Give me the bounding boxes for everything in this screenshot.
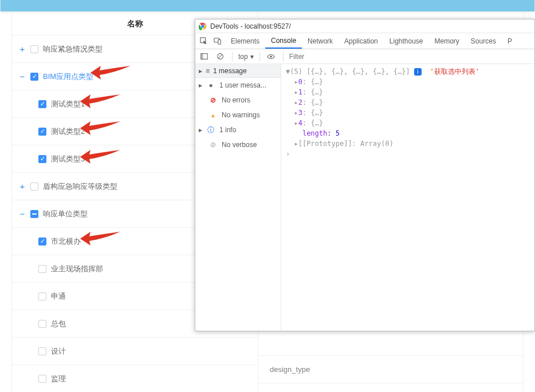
checkbox[interactable] xyxy=(38,292,46,300)
sidebar-item-label: No warnings xyxy=(222,111,260,119)
tab-memory[interactable]: Memory xyxy=(429,33,465,49)
tree-node-label[interactable]: 响应单位类型 xyxy=(43,209,88,219)
sidebar-no-verbose[interactable]: No verbose xyxy=(195,137,281,152)
checkbox[interactable] xyxy=(30,183,38,191)
checkbox[interactable] xyxy=(38,237,46,246)
sidebar-messages-header[interactable]: ▸ ≡ 1 message xyxy=(195,64,281,78)
tree-node-supervisor[interactable]: 监理 xyxy=(12,365,258,392)
context-selector[interactable]: top ▾ xyxy=(237,53,255,61)
list-icon: ≡ xyxy=(206,67,210,75)
checkbox-indeterminate[interactable] xyxy=(30,210,38,218)
console-prompt[interactable]: › xyxy=(281,149,534,159)
console-line-item[interactable]: ▸4: {…} xyxy=(281,118,534,128)
console-toolbar: top ▾ xyxy=(195,49,534,64)
collapse-icon[interactable] xyxy=(18,72,27,81)
clear-console-icon[interactable] xyxy=(214,50,226,63)
sidebar-user-messages[interactable]: ▸1 user messa... xyxy=(195,78,281,93)
chrome-icon xyxy=(199,22,207,30)
svg-line-8 xyxy=(218,54,222,58)
tree-node-label[interactable]: 测试类型2 xyxy=(51,126,85,137)
tree-node-label[interactable]: 申通 xyxy=(51,291,66,302)
chevron-right-icon: ▸ xyxy=(199,81,202,89)
console-line-item[interactable]: ▸0: {…} xyxy=(281,77,534,87)
tab-application[interactable]: Application xyxy=(339,33,384,49)
sidebar-item-label: No verbose xyxy=(222,141,257,149)
console-line-item[interactable]: ▸2: {…} xyxy=(281,97,534,108)
tree-node-label[interactable]: 业主现场指挥部 xyxy=(51,264,103,274)
checkbox[interactable] xyxy=(30,73,38,81)
tab-more[interactable]: P xyxy=(502,33,518,49)
checkbox[interactable] xyxy=(38,100,46,108)
sidebar-item-label: 1 user messa... xyxy=(219,81,266,89)
tree-node-label[interactable]: 监理 xyxy=(51,374,66,384)
tree-node-label[interactable]: 市北横办 xyxy=(51,236,81,247)
checkbox[interactable] xyxy=(38,265,46,273)
checkbox[interactable] xyxy=(38,320,46,328)
sidebar-no-errors[interactable]: No errors xyxy=(195,93,281,108)
checkbox[interactable] xyxy=(38,347,46,355)
right-row-design-type: design_type xyxy=(258,356,523,383)
svg-point-9 xyxy=(270,56,272,58)
devtools-title: DevTools - localhost:9527/ xyxy=(210,22,291,30)
user-icon xyxy=(207,81,215,89)
expand-icon[interactable] xyxy=(18,182,27,191)
tab-console[interactable]: Console xyxy=(265,34,302,49)
tree-node-design[interactable]: 设计 xyxy=(12,338,258,365)
tree-node-label[interactable]: 测试类型3 xyxy=(51,154,85,164)
sidebar-header-label: 1 message xyxy=(213,67,247,75)
warning-icon xyxy=(209,111,217,119)
console-line-length[interactable]: length: 5 xyxy=(281,128,534,138)
verbose-icon xyxy=(209,141,217,149)
console-sidebar-toggle-icon[interactable] xyxy=(198,50,210,63)
console-line-item[interactable]: ▸3: {…} xyxy=(281,108,534,118)
expand-icon[interactable] xyxy=(18,45,27,54)
tree-node-label[interactable]: 总包 xyxy=(51,319,66,329)
console-output[interactable]: ▼(5) [{…}, {…}, {…}, {…}, {…}] i '获取选中列表… xyxy=(281,64,534,331)
checkbox[interactable] xyxy=(38,375,46,383)
tree-node-label[interactable]: 测试类型1 xyxy=(51,99,85,109)
devtools-tabs: Elements Console Network Application Lig… xyxy=(195,33,534,49)
checkbox[interactable] xyxy=(30,45,38,53)
right-row-supervisor-type: supervisor_type xyxy=(258,383,523,392)
info-badge-icon: i xyxy=(414,68,422,76)
tab-network[interactable]: Network xyxy=(302,33,339,49)
checkbox[interactable] xyxy=(38,128,46,136)
chevron-right-icon: ▸ xyxy=(199,126,202,134)
checkbox[interactable] xyxy=(38,155,46,163)
tab-elements[interactable]: Elements xyxy=(225,33,265,49)
info-icon xyxy=(207,125,215,135)
devtools-window[interactable]: DevTools - localhost:9527/ Elements Cons… xyxy=(195,19,535,331)
chevron-right-icon: ▸ xyxy=(199,67,202,75)
devtools-titlebar[interactable]: DevTools - localhost:9527/ xyxy=(195,19,534,33)
device-mode-icon[interactable] xyxy=(211,35,224,47)
tree-node-label[interactable]: 响应紧急情况类型 xyxy=(43,44,103,54)
error-icon xyxy=(209,96,217,104)
tree-node-label[interactable]: 盾构应急响应等级类型 xyxy=(43,181,117,192)
console-line-summary[interactable]: ▼(5) [{…}, {…}, {…}, {…}, {…}] i '获取选中列表… xyxy=(281,66,534,77)
sidebar-info[interactable]: ▸1 info xyxy=(195,122,281,137)
chevron-down-icon: ▾ xyxy=(250,53,254,61)
svg-rect-4 xyxy=(218,39,221,44)
top-band xyxy=(0,0,535,11)
live-expression-icon[interactable] xyxy=(265,50,277,63)
console-filter-input[interactable] xyxy=(288,51,532,62)
tree-node-label[interactable]: BIM应用点类型 xyxy=(43,72,93,82)
console-sidebar: ▸ ≡ 1 message ▸1 user messa... No errors… xyxy=(195,64,281,331)
inspect-icon[interactable] xyxy=(198,35,210,47)
console-line-item[interactable]: ▸1: {…} xyxy=(281,87,534,97)
console-line-proto[interactable]: ▸[[Prototype]]: Array(0) xyxy=(281,138,534,149)
tab-sources[interactable]: Sources xyxy=(465,33,502,49)
sidebar-item-label: 1 info xyxy=(219,126,236,134)
tree-node-label[interactable]: 设计 xyxy=(51,346,66,357)
sidebar-no-warnings[interactable]: No warnings xyxy=(195,108,281,122)
sidebar-item-label: No errors xyxy=(222,96,250,104)
tab-lighthouse[interactable]: Lighthouse xyxy=(384,33,429,49)
svg-rect-6 xyxy=(200,54,203,60)
collapse-icon[interactable] xyxy=(18,209,27,219)
svg-point-1 xyxy=(201,25,204,28)
